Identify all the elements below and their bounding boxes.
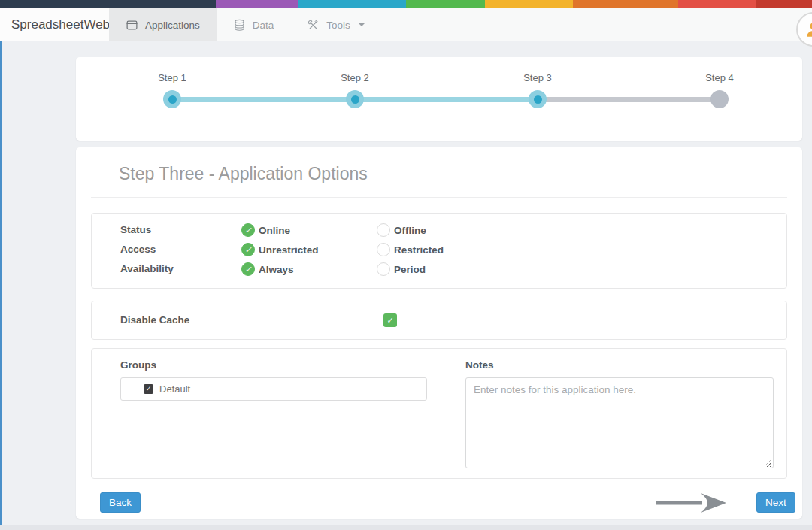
radio-checked-icon: [241, 262, 255, 276]
notes-label: Notes: [465, 359, 494, 371]
radio-label: Restricted: [394, 244, 444, 256]
step-label: Step 2: [310, 72, 400, 83]
groups-notes-panel: Groups Default Notes: [91, 348, 787, 479]
page-title: Step Three - Application Options: [119, 164, 368, 184]
title-divider: [91, 197, 787, 198]
step-options-card: Step Three - Application Options Status …: [76, 147, 802, 519]
stripe-segment: [298, 0, 406, 8]
radio-availability-always[interactable]: Always: [241, 259, 294, 279]
step-node-done[interactable]: [163, 90, 181, 108]
radio-label: Offline: [394, 225, 426, 236]
chevron-down-icon: [359, 23, 365, 26]
radio-checked-icon: [241, 243, 255, 256]
tab-label: Applications: [145, 20, 200, 31]
radio-unchecked-icon: [377, 223, 390, 237]
step-node-done[interactable]: [346, 90, 364, 108]
groups-list: Default: [120, 377, 427, 401]
bottom-edge: [0, 525, 812, 530]
group-default-checkbox[interactable]: [144, 384, 153, 394]
group-label: Default: [159, 378, 190, 401]
stripe-segment: [573, 0, 678, 8]
stripe-segment: [678, 0, 756, 8]
user-avatar[interactable]: [796, 12, 812, 47]
radio-status-offline[interactable]: Offline: [377, 220, 426, 240]
radio-status-online[interactable]: Online: [241, 220, 290, 240]
annotation-arrow-right-icon: [654, 492, 728, 513]
back-button[interactable]: Back: [100, 492, 141, 513]
next-button[interactable]: Next: [756, 492, 795, 513]
step-node-dot: [534, 95, 542, 104]
tab-data[interactable]: Data: [217, 8, 291, 41]
tools-icon: [307, 19, 320, 32]
step-node-dot: [168, 95, 177, 104]
step-label: Step 3: [492, 72, 583, 83]
wizard-stepper-card: Step 1 Step 2 Step 3 Step 4: [76, 57, 802, 141]
radio-access-restricted[interactable]: Restricted: [377, 240, 444, 259]
step-node-upcoming[interactable]: [710, 90, 729, 108]
stripe-segment: [406, 0, 485, 8]
cache-panel: Disable Cache: [91, 301, 787, 340]
tab-applications[interactable]: Applications: [109, 8, 217, 41]
radio-label: Online: [259, 225, 290, 236]
radio-checked-icon: [241, 223, 255, 237]
disable-cache-label: Disable Cache: [120, 301, 189, 339]
stripe-segment: [0, 0, 216, 8]
option-row-access: Access Unrestricted Restricted: [92, 240, 786, 259]
option-row-availability: Availability Always Period: [92, 259, 786, 279]
left-accent-strip: [0, 41, 2, 530]
database-icon: [233, 19, 246, 32]
tab-label: Data: [253, 20, 274, 31]
step-node-dot: [351, 95, 359, 104]
options-panel: Status Online Offline Access Unrestricte…: [91, 213, 787, 289]
step-label: Step 1: [127, 72, 217, 83]
radio-label: Always: [259, 264, 294, 275]
radio-access-unrestricted[interactable]: Unrestricted: [241, 240, 319, 259]
brand-color-stripe: [0, 0, 812, 8]
stripe-segment: [485, 0, 573, 8]
top-navbar: SpreadsheetWeb Applications Data: [0, 8, 812, 41]
applications-icon: [126, 19, 138, 32]
tab-tools[interactable]: Tools: [290, 8, 381, 41]
option-row-status: Status Online Offline: [92, 220, 786, 240]
stepper-progress-line-inactive: [538, 97, 720, 102]
radio-unchecked-icon: [377, 243, 390, 256]
step-node-active[interactable]: [529, 90, 547, 108]
radio-label: Period: [394, 264, 426, 275]
radio-unchecked-icon: [377, 262, 390, 276]
app-logo[interactable]: SpreadsheetWeb: [0, 8, 122, 41]
nav-tabs: Applications Data: [109, 8, 381, 41]
radio-label: Unrestricted: [259, 244, 319, 256]
disable-cache-checkbox[interactable]: [383, 313, 397, 327]
row-label: Access: [120, 240, 156, 259]
row-label: Status: [120, 220, 151, 240]
tab-label: Tools: [326, 20, 350, 31]
stripe-segment: [756, 0, 812, 8]
step-label: Step 4: [674, 72, 765, 83]
row-label: Availability: [120, 259, 174, 279]
person-icon: [804, 20, 812, 39]
stripe-segment: [216, 0, 298, 8]
groups-label: Groups: [120, 359, 156, 371]
notes-textarea[interactable]: [465, 377, 774, 468]
radio-availability-period[interactable]: Period: [377, 259, 426, 279]
